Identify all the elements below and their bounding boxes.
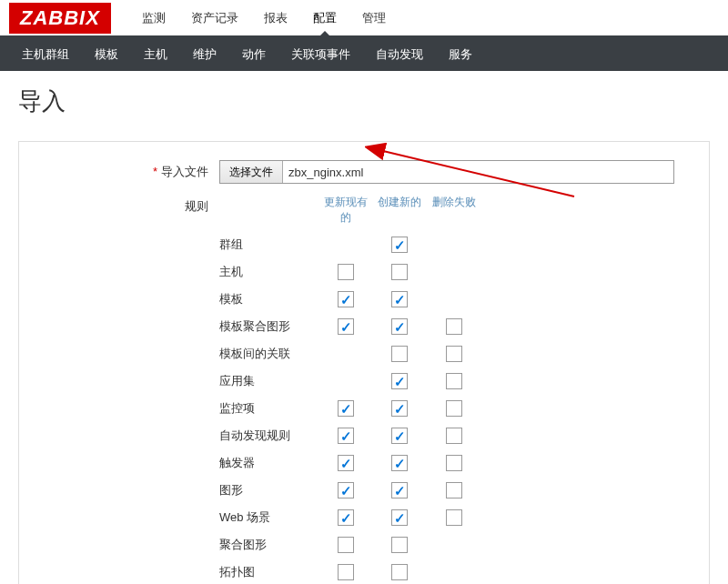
checkbox-create[interactable] [391, 346, 408, 362]
checkbox-delete[interactable] [446, 400, 462, 417]
rule-check-cell-delete [427, 346, 481, 362]
checkbox-create[interactable] [391, 428, 408, 444]
file-name: zbx_nginx.xml [283, 166, 369, 179]
choose-file-button[interactable]: 选择文件 [220, 161, 283, 183]
rule-line: 群组 [219, 231, 691, 258]
rule-line: 模板间的关联 [219, 340, 691, 368]
sub-nav-item[interactable]: 主机 [131, 39, 180, 70]
rule-line: 模板聚合图形 [219, 313, 691, 340]
checkbox-update[interactable] [338, 564, 354, 580]
rule-check-cell-update [319, 400, 372, 417]
checkbox-create[interactable] [391, 264, 408, 280]
rule-check-cell-delete [427, 482, 481, 498]
file-input[interactable]: 选择文件 zbx_nginx.xml [219, 160, 674, 184]
checkbox-update[interactable] [338, 291, 354, 307]
checkbox-delete[interactable] [446, 482, 462, 498]
checkbox-update[interactable] [338, 264, 354, 280]
sub-nav-item[interactable]: 自动发现 [363, 39, 436, 70]
sub-nav-item[interactable]: 服务 [436, 39, 485, 70]
import-form: *导入文件 选择文件 zbx_nginx.xml 规则 更新现有的 创建新的 删… [18, 141, 710, 584]
rules-grid: 更新现有的 创建新的 删除失败 群组主机模板模板聚合图形模板间的关联应用集监控项… [219, 195, 691, 584]
rule-name: 模板聚合图形 [219, 318, 319, 335]
checkbox-update[interactable] [338, 318, 354, 335]
col-update-existing: 更新现有的 [319, 195, 372, 226]
rule-check-cell-delete [427, 400, 481, 417]
rule-check-cell-create [372, 373, 427, 389]
checkbox-delete[interactable] [446, 318, 462, 335]
rule-check-cell-create [372, 346, 427, 362]
rule-name: 群组 [219, 237, 319, 253]
rule-name: Web 场景 [219, 509, 319, 526]
main-nav-item[interactable]: 资产记录 [178, 1, 251, 35]
checkbox-create[interactable] [391, 237, 408, 253]
sub-nav-item[interactable]: 维护 [180, 39, 229, 70]
rule-check-cell-create [372, 564, 427, 580]
checkbox-update[interactable] [338, 455, 354, 471]
rule-name: 主机 [219, 264, 319, 280]
rule-line: 聚合图形 [219, 531, 691, 559]
checkbox-create[interactable] [391, 482, 408, 498]
col-delete-failed: 删除失败 [427, 195, 481, 226]
rule-name: 拓扑图 [219, 564, 319, 580]
checkbox-delete[interactable] [446, 428, 462, 444]
rule-check-cell-update [319, 428, 372, 444]
rule-check-cell-delete [427, 455, 481, 471]
main-nav-item[interactable]: 管理 [349, 1, 399, 35]
file-label: *导入文件 [37, 160, 219, 180]
rule-check-cell-create [372, 400, 427, 417]
rule-line: 图形 [219, 477, 691, 504]
rule-line: Web 场景 [219, 504, 691, 531]
main-nav-item[interactable]: 监测 [129, 1, 178, 35]
rule-check-cell-create [372, 291, 427, 307]
rule-name: 触发器 [219, 455, 319, 471]
checkbox-create[interactable] [391, 400, 408, 417]
checkbox-delete[interactable] [446, 455, 462, 471]
logo: ZABBIX [9, 3, 111, 34]
checkbox-update[interactable] [338, 400, 354, 417]
checkbox-update[interactable] [338, 482, 354, 498]
rule-name: 聚合图形 [219, 537, 319, 553]
file-row: *导入文件 选择文件 zbx_nginx.xml [37, 160, 691, 184]
rule-check-cell-create [372, 237, 427, 253]
sub-nav: 主机群组模板主机维护动作关联项事件自动发现服务 [0, 38, 728, 71]
checkbox-delete[interactable] [446, 509, 462, 526]
rules-row: 规则 更新现有的 创建新的 删除失败 群组主机模板模板聚合图形模板间的关联应用集… [37, 195, 691, 584]
rules-label: 规则 [37, 195, 219, 215]
rule-check-cell-delete [427, 373, 481, 389]
checkbox-update[interactable] [338, 537, 354, 553]
rule-name: 图形 [219, 482, 319, 498]
rule-line: 自动发现规则 [219, 422, 691, 449]
checkbox-delete[interactable] [446, 346, 462, 362]
rule-line: 监控项 [219, 395, 691, 422]
checkbox-update[interactable] [338, 509, 354, 526]
rule-check-cell-update [319, 509, 372, 526]
rule-check-cell-update [319, 291, 372, 307]
sub-nav-item[interactable]: 动作 [229, 39, 278, 70]
checkbox-create[interactable] [391, 564, 408, 580]
checkbox-create[interactable] [391, 373, 408, 389]
checkbox-create[interactable] [391, 455, 408, 471]
sub-nav-item[interactable]: 主机群组 [9, 39, 82, 70]
rule-line: 主机 [219, 258, 691, 286]
rule-check-cell-update [319, 482, 372, 498]
rule-name: 应用集 [219, 373, 319, 389]
top-bar: ZABBIX 监测资产记录报表配置管理 [0, 0, 728, 38]
page-title: 导入 [0, 71, 728, 132]
checkbox-delete[interactable] [446, 373, 462, 389]
rule-line: 拓扑图 [219, 559, 691, 584]
sub-nav-item[interactable]: 模板 [82, 39, 131, 70]
sub-nav-item[interactable]: 关联项事件 [278, 39, 363, 70]
rule-check-cell-create [372, 264, 427, 280]
rule-line: 触发器 [219, 449, 691, 477]
main-nav-item[interactable]: 报表 [251, 1, 300, 35]
checkbox-create[interactable] [391, 318, 408, 335]
checkbox-create[interactable] [391, 537, 408, 553]
checkbox-create[interactable] [391, 509, 408, 526]
required-mark: * [153, 165, 157, 178]
checkbox-create[interactable] [391, 291, 408, 307]
main-nav-item[interactable]: 配置 [300, 1, 349, 35]
rule-line: 模板 [219, 286, 691, 313]
rule-name: 模板间的关联 [219, 346, 319, 362]
rule-check-cell-update [319, 564, 372, 580]
checkbox-update[interactable] [338, 428, 354, 444]
